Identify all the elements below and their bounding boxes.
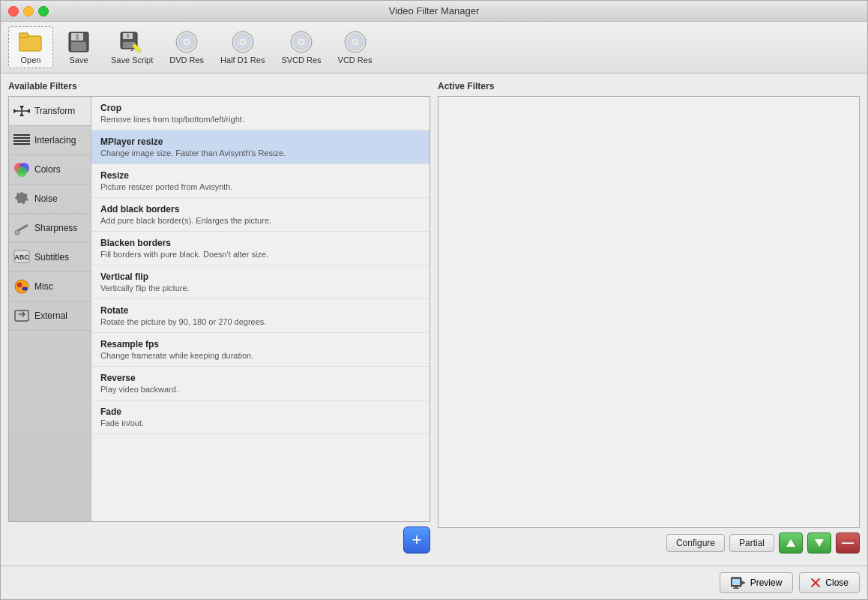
svg-marker-33 (19, 112, 24, 116)
configure-button[interactable]: Configure (666, 534, 725, 552)
right-bottom-bar: Configure Partial (438, 528, 860, 558)
move-up-button[interactable] (779, 532, 803, 554)
filter-item[interactable]: MPlayer resize Change image size. Faster… (91, 130, 430, 164)
svg-marker-30 (26, 109, 30, 113)
save-button[interactable]: Save (56, 26, 101, 68)
available-filters-label: Available Filters (8, 81, 430, 92)
sidebar-item-misc[interactable]: Misc (9, 272, 91, 302)
filter-title: Resample fps (100, 339, 421, 350)
add-icon: + (412, 532, 422, 548)
filter-desc: Add pure black border(s). Enlarges the p… (100, 216, 421, 225)
sidebar-item-noise-label: Noise (34, 194, 58, 204)
preview-icon (731, 577, 746, 589)
filter-title: Fade (100, 406, 421, 417)
dvd-res-button[interactable]: DVD Res (163, 26, 211, 68)
sidebar-item-sharpness[interactable]: Sharpness (9, 214, 91, 243)
title-bar: Video Filter Manager (1, 1, 867, 22)
svg-rect-9 (127, 34, 129, 38)
add-filter-button[interactable]: + (403, 526, 430, 554)
sidebar-item-interlacing-label: Interlacing (34, 135, 76, 146)
close-label: Close (825, 578, 849, 588)
transform-icon (13, 103, 30, 119)
filter-desc: Picture resizer ported from Avisynth. (100, 182, 421, 191)
svg-point-19 (241, 40, 244, 44)
filter-desc: Play video backward. (100, 385, 421, 394)
filter-title: MPlayer resize (100, 136, 421, 147)
filter-item[interactable]: Crop Remove lines from top/bottom/left/r… (91, 97, 430, 130)
half-d1-res-button[interactable]: Half D1 Res (214, 26, 271, 68)
save-script-button[interactable]: Save Script (104, 26, 160, 68)
colors-icon (13, 161, 30, 178)
svg-rect-48 (15, 310, 28, 321)
svg-rect-55 (733, 588, 739, 589)
move-down-button[interactable] (807, 532, 831, 554)
svg-point-46 (17, 283, 22, 287)
svcd-res-icon (289, 30, 313, 54)
minimize-window-button[interactable] (23, 6, 34, 16)
dvd-res-label: DVD Res (169, 56, 204, 64)
filter-item[interactable]: Vertical flip Vertically flip the pictur… (91, 266, 430, 299)
sidebar-item-subtitles-label: Subtitles (34, 252, 69, 262)
sidebar-item-noise[interactable]: Noise (9, 184, 91, 214)
close-window-button[interactable] (8, 6, 19, 16)
svg-rect-35 (13, 137, 30, 139)
sidebar-item-transform[interactable]: Transform (9, 97, 91, 126)
filter-item[interactable]: Fade Fade in/out. (91, 400, 430, 434)
noise-icon (13, 190, 30, 207)
close-button[interactable]: Close (799, 572, 860, 593)
svcd-res-button[interactable]: SVCD Res (274, 26, 328, 68)
filter-item[interactable]: Blacken borders Fill borders with pure b… (91, 232, 430, 266)
svg-point-23 (300, 40, 303, 44)
window-title: Video Filter Manager (389, 5, 479, 16)
svg-point-40 (16, 166, 27, 177)
active-filters-box[interactable] (438, 96, 860, 528)
sharpness-icon (13, 220, 30, 236)
filter-item[interactable]: Rotate Rotate the picture by 90, 180 or … (91, 299, 430, 333)
vcd-res-button[interactable]: VCD Res (331, 26, 379, 68)
main-window: Video Filter Manager Open (0, 0, 868, 600)
filter-desc: Fade in/out. (100, 418, 421, 428)
maximize-window-button[interactable] (38, 6, 49, 16)
filter-desc: Change image size. Faster than Avisynth'… (100, 148, 421, 158)
svg-rect-4 (71, 42, 86, 51)
svg-marker-50 (815, 539, 824, 547)
filter-item[interactable]: Reverse Play video backward. (91, 367, 430, 400)
preview-button[interactable]: Preview (720, 572, 794, 593)
sidebar-item-colors[interactable]: Colors (9, 155, 91, 184)
footer-bar: Preview Close (1, 566, 867, 599)
svg-point-27 (354, 40, 357, 44)
svg-rect-37 (13, 143, 30, 145)
partial-button[interactable]: Partial (729, 534, 774, 552)
svg-point-45 (15, 280, 28, 293)
svg-point-15 (185, 40, 188, 44)
svg-rect-1 (19, 33, 28, 38)
left-bottom-bar: + (8, 522, 430, 558)
right-panel: Active Filters Configure Partial (438, 81, 860, 558)
filter-desc: Fill borders with pure black. Doesn't al… (100, 250, 421, 259)
save-icon (67, 30, 91, 54)
svg-marker-53 (741, 580, 746, 585)
filter-item[interactable]: Resize Picture resizer ported from Avisy… (91, 164, 430, 198)
svg-rect-34 (13, 134, 30, 136)
interlacing-icon (13, 132, 30, 148)
filter-list[interactable]: Crop Remove lines from top/bottom/left/r… (91, 97, 430, 521)
close-icon (810, 578, 821, 588)
svg-marker-11 (130, 50, 133, 51)
svg-marker-49 (786, 539, 795, 547)
svg-rect-0 (19, 36, 41, 51)
arrow-down-icon (814, 538, 825, 548)
filter-item[interactable]: Resample fps Change framerate while keep… (91, 333, 430, 367)
filter-desc: Vertically flip the picture. (100, 284, 421, 292)
sidebar-item-interlacing[interactable]: Interlacing (9, 126, 91, 155)
filter-desc: Remove lines from top/bottom/left/right. (100, 115, 421, 124)
sidebar-item-external[interactable]: External (9, 302, 91, 331)
remove-filter-button[interactable]: — (836, 532, 860, 554)
open-button[interactable]: Open (8, 26, 53, 68)
save-label: Save (69, 56, 88, 64)
vcd-res-label: VCD Res (338, 56, 373, 64)
content-area: Available Filters (1, 74, 867, 566)
sidebar-item-subtitles[interactable]: ABC Subtitles (9, 243, 91, 272)
sidebar-item-transform-label: Transform (34, 106, 75, 116)
svg-rect-36 (13, 140, 30, 142)
filter-item[interactable]: Add black borders Add pure black border(… (91, 198, 430, 232)
